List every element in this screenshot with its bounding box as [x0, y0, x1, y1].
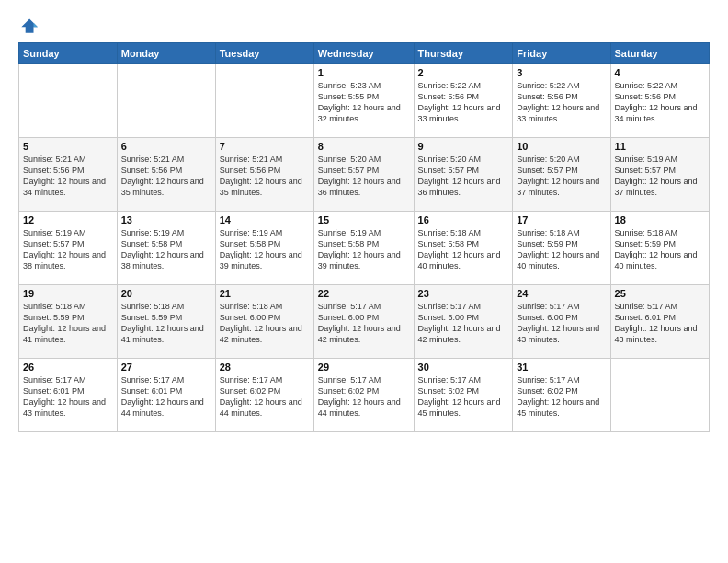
calendar-cell: 13Sunrise: 5:19 AM Sunset: 5:58 PM Dayli… [117, 212, 215, 285]
calendar-cell: 11Sunrise: 5:19 AM Sunset: 5:57 PM Dayli… [610, 138, 709, 212]
day-number: 27 [121, 362, 211, 373]
day-number: 22 [318, 288, 410, 299]
day-number: 1 [318, 67, 410, 78]
day-number: 19 [23, 288, 113, 299]
calendar-cell: 29Sunrise: 5:17 AM Sunset: 6:02 PM Dayli… [313, 359, 414, 432]
day-number: 2 [418, 67, 509, 78]
calendar-cell: 6Sunrise: 5:21 AM Sunset: 5:56 PM Daylig… [117, 138, 215, 212]
calendar-cell: 17Sunrise: 5:18 AM Sunset: 5:59 PM Dayli… [513, 212, 610, 285]
day-info: Sunrise: 5:19 AM Sunset: 5:57 PM Dayligh… [615, 154, 705, 199]
day-info: Sunrise: 5:19 AM Sunset: 5:58 PM Dayligh… [318, 227, 410, 272]
calendar-cell: 14Sunrise: 5:19 AM Sunset: 5:58 PM Dayli… [215, 212, 313, 285]
day-number: 13 [121, 214, 211, 225]
page: SundayMondayTuesdayWednesdayThursdayFrid… [0, 0, 728, 442]
day-info: Sunrise: 5:19 AM Sunset: 5:57 PM Dayligh… [23, 227, 113, 272]
day-info: Sunrise: 5:17 AM Sunset: 6:02 PM Dayligh… [318, 374, 410, 419]
day-number: 23 [418, 288, 509, 299]
day-number: 7 [220, 141, 310, 152]
calendar-cell: 22Sunrise: 5:17 AM Sunset: 6:00 PM Dayli… [313, 285, 414, 359]
calendar-cell [117, 64, 215, 138]
week-row-5: 26Sunrise: 5:17 AM Sunset: 6:01 PM Dayli… [19, 359, 710, 432]
calendar-cell: 19Sunrise: 5:18 AM Sunset: 5:59 PM Dayli… [19, 285, 118, 359]
day-info: Sunrise: 5:17 AM Sunset: 6:00 PM Dayligh… [318, 301, 410, 346]
day-number: 14 [220, 214, 310, 225]
day-number: 25 [615, 288, 705, 299]
day-info: Sunrise: 5:18 AM Sunset: 5:59 PM Dayligh… [615, 227, 705, 272]
header [18, 15, 710, 35]
calendar-cell: 8Sunrise: 5:20 AM Sunset: 5:57 PM Daylig… [313, 138, 414, 212]
day-info: Sunrise: 5:20 AM Sunset: 5:57 PM Dayligh… [517, 154, 606, 199]
calendar-cell: 12Sunrise: 5:19 AM Sunset: 5:57 PM Dayli… [19, 212, 118, 285]
day-header-wednesday: Wednesday [313, 43, 414, 64]
day-info: Sunrise: 5:18 AM Sunset: 5:59 PM Dayligh… [517, 227, 606, 272]
day-info: Sunrise: 5:19 AM Sunset: 5:58 PM Dayligh… [121, 227, 211, 272]
day-number: 26 [23, 362, 113, 373]
day-number: 8 [318, 141, 410, 152]
day-number: 6 [121, 141, 211, 152]
day-info: Sunrise: 5:20 AM Sunset: 5:57 PM Dayligh… [318, 154, 410, 199]
calendar-cell: 1Sunrise: 5:23 AM Sunset: 5:55 PM Daylig… [313, 64, 414, 138]
day-number: 21 [220, 288, 310, 299]
day-number: 17 [517, 214, 606, 225]
calendar-cell [19, 64, 118, 138]
day-info: Sunrise: 5:18 AM Sunset: 5:59 PM Dayligh… [23, 301, 113, 346]
day-info: Sunrise: 5:17 AM Sunset: 6:01 PM Dayligh… [23, 374, 113, 419]
day-info: Sunrise: 5:17 AM Sunset: 6:00 PM Dayligh… [517, 301, 606, 346]
calendar-cell: 25Sunrise: 5:17 AM Sunset: 6:01 PM Dayli… [610, 285, 709, 359]
calendar-cell [215, 64, 313, 138]
header-row: SundayMondayTuesdayWednesdayThursdayFrid… [19, 43, 710, 64]
day-number: 16 [418, 214, 509, 225]
day-header-monday: Monday [117, 43, 215, 64]
week-row-1: 1Sunrise: 5:23 AM Sunset: 5:55 PM Daylig… [19, 64, 710, 138]
day-number: 9 [418, 141, 509, 152]
day-info: Sunrise: 5:18 AM Sunset: 6:00 PM Dayligh… [220, 301, 310, 346]
calendar-cell: 16Sunrise: 5:18 AM Sunset: 5:58 PM Dayli… [414, 212, 513, 285]
day-info: Sunrise: 5:20 AM Sunset: 5:57 PM Dayligh… [418, 154, 509, 199]
calendar-cell: 30Sunrise: 5:17 AM Sunset: 6:02 PM Dayli… [414, 359, 513, 432]
logo-icon [18, 15, 39, 35]
day-header-tuesday: Tuesday [215, 43, 313, 64]
day-number: 10 [517, 141, 606, 152]
calendar-cell: 20Sunrise: 5:18 AM Sunset: 5:59 PM Dayli… [117, 285, 215, 359]
day-info: Sunrise: 5:21 AM Sunset: 5:56 PM Dayligh… [121, 154, 211, 199]
svg-marker-1 [34, 23, 38, 27]
day-info: Sunrise: 5:17 AM Sunset: 6:01 PM Dayligh… [615, 301, 705, 346]
day-header-saturday: Saturday [610, 43, 709, 64]
day-info: Sunrise: 5:17 AM Sunset: 6:02 PM Dayligh… [517, 374, 606, 419]
day-header-friday: Friday [513, 43, 610, 64]
day-header-thursday: Thursday [414, 43, 513, 64]
day-info: Sunrise: 5:21 AM Sunset: 5:56 PM Dayligh… [23, 154, 113, 199]
day-number: 11 [615, 141, 705, 152]
calendar-cell: 18Sunrise: 5:18 AM Sunset: 5:59 PM Dayli… [610, 212, 709, 285]
calendar-cell: 5Sunrise: 5:21 AM Sunset: 5:56 PM Daylig… [19, 138, 118, 212]
day-number: 30 [418, 362, 509, 373]
logo [18, 15, 40, 35]
day-info: Sunrise: 5:18 AM Sunset: 5:58 PM Dayligh… [418, 227, 509, 272]
week-row-4: 19Sunrise: 5:18 AM Sunset: 5:59 PM Dayli… [19, 285, 710, 359]
calendar-cell: 21Sunrise: 5:18 AM Sunset: 6:00 PM Dayli… [215, 285, 313, 359]
day-info: Sunrise: 5:18 AM Sunset: 5:59 PM Dayligh… [121, 301, 211, 346]
day-info: Sunrise: 5:17 AM Sunset: 6:00 PM Dayligh… [418, 301, 509, 346]
calendar-cell: 26Sunrise: 5:17 AM Sunset: 6:01 PM Dayli… [19, 359, 118, 432]
day-number: 15 [318, 214, 410, 225]
calendar-cell: 9Sunrise: 5:20 AM Sunset: 5:57 PM Daylig… [414, 138, 513, 212]
calendar-cell: 10Sunrise: 5:20 AM Sunset: 5:57 PM Dayli… [513, 138, 610, 212]
calendar-cell: 7Sunrise: 5:21 AM Sunset: 5:56 PM Daylig… [215, 138, 313, 212]
calendar-cell: 31Sunrise: 5:17 AM Sunset: 6:02 PM Dayli… [513, 359, 610, 432]
day-number: 5 [23, 141, 113, 152]
day-number: 4 [615, 67, 705, 78]
day-header-sunday: Sunday [19, 43, 118, 64]
calendar-cell: 4Sunrise: 5:22 AM Sunset: 5:56 PM Daylig… [610, 64, 709, 138]
calendar-cell: 23Sunrise: 5:17 AM Sunset: 6:00 PM Dayli… [414, 285, 513, 359]
day-number: 29 [318, 362, 410, 373]
day-info: Sunrise: 5:17 AM Sunset: 6:01 PM Dayligh… [121, 374, 211, 419]
calendar-cell: 3Sunrise: 5:22 AM Sunset: 5:56 PM Daylig… [513, 64, 610, 138]
week-row-2: 5Sunrise: 5:21 AM Sunset: 5:56 PM Daylig… [19, 138, 710, 212]
day-number: 3 [517, 67, 606, 78]
calendar-cell: 15Sunrise: 5:19 AM Sunset: 5:58 PM Dayli… [313, 212, 414, 285]
day-info: Sunrise: 5:23 AM Sunset: 5:55 PM Dayligh… [318, 80, 410, 125]
day-number: 12 [23, 214, 113, 225]
day-info: Sunrise: 5:17 AM Sunset: 6:02 PM Dayligh… [220, 374, 310, 419]
day-info: Sunrise: 5:22 AM Sunset: 5:56 PM Dayligh… [517, 80, 606, 125]
day-number: 18 [615, 214, 705, 225]
